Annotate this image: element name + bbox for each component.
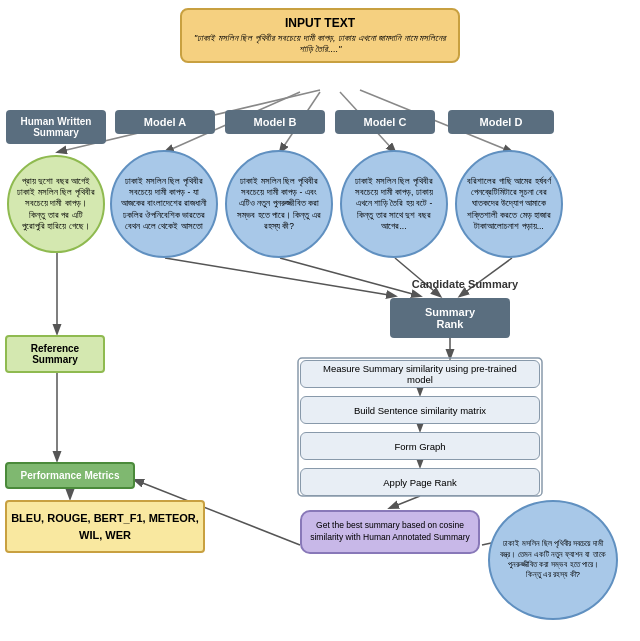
svg-line-14 xyxy=(390,496,420,508)
model-b-circle-text: ঢাকাই মসলিন ছিল পৃথিবীর সবচেয়ে দামী কাপ… xyxy=(235,176,323,231)
process-box-3: Form Graph xyxy=(300,432,540,460)
model-c-circle: ঢাকাই মসলিন ছিল পৃথিবীর সবচেয়ে দামী কাপ… xyxy=(340,150,448,258)
performance-metrics-box: Performance Metrics xyxy=(5,462,135,489)
metrics-result-box: BLEU, ROUGE, BERT_F1, METEOR, WIL, WER xyxy=(5,500,205,553)
model-d-circle-text: বরিশালের গাছি আমের হর্ষবর্ণ পেনব্রেটিমিট… xyxy=(465,176,553,231)
process-box-1: Measure Summary similarity using pre-tra… xyxy=(300,360,540,388)
model-a-circle: ঢাকাই মসলিন ছিল পৃথিবীর সবচেয়ে দামী কাপ… xyxy=(110,150,218,258)
svg-line-8 xyxy=(395,258,440,296)
summary-rank-box: Summary Rank xyxy=(390,298,510,338)
model-a-circle-text: ঢাকাই মসলিন ছিল পৃথিবীর সবচেয়ে দামী কাপ… xyxy=(120,176,208,231)
human-circle: প্রায় দুশো বছর আগেই ঢাকাই মসলিন ছিল পৃথ… xyxy=(7,155,105,253)
model-d-circle: বরিশালের গাছি আমের হর্ষবর্ণ পেনব্রেটিমিট… xyxy=(455,150,563,258)
svg-line-9 xyxy=(460,258,512,296)
process-box-2: Build Sentence similarity matrix xyxy=(300,396,540,424)
candidate-summary-label: Candidate Summary xyxy=(345,278,585,290)
col-header-model-c: Model C xyxy=(335,110,435,134)
col-header-model-a: Model A xyxy=(115,110,215,134)
result-circle-text: ঢাকাই মসলিন ছিল পৃথিবীর সবচেয়ে দামী বস্… xyxy=(500,539,606,581)
col-header-human: Human Written Summary xyxy=(6,110,106,144)
process-box-4: Apply Page Rank xyxy=(300,468,540,496)
model-c-circle-text: ঢাকাই মসলিন ছিল পৃথিবীর সবচেয়ে দামী কাপ… xyxy=(350,176,438,231)
svg-line-7 xyxy=(280,258,420,296)
input-text-title: INPUT TEXT xyxy=(192,16,448,30)
input-text-box: INPUT TEXT "ঢাকাই মসলিন ছিল পৃথিবীর সবচে… xyxy=(180,8,460,63)
reference-summary-label: Reference Summary xyxy=(5,335,105,373)
human-circle-text: প্রায় দুশো বছর আগেই ঢাকাই মসলিন ছিল পৃথ… xyxy=(17,176,95,231)
col-header-model-d: Model D xyxy=(448,110,554,134)
input-text-content: "ঢাকাই মসলিন ছিল পৃথিবীর সবচেয়ে দামী কা… xyxy=(192,33,448,55)
col-header-model-b: Model B xyxy=(225,110,325,134)
svg-line-6 xyxy=(165,258,395,296)
result-circle: ঢাকাই মসলিন ছিল পৃথিবীর সবচেয়ে দামী বস্… xyxy=(488,500,618,620)
best-summary-box: Get the best summary based on cosine sim… xyxy=(300,510,480,554)
diagram: INPUT TEXT "ঢাকাই মসলিন ছিল পৃথিবীর সবচে… xyxy=(0,0,640,641)
model-b-circle: ঢাকাই মসলিন ছিল পৃথিবীর সবচেয়ে দামী কাপ… xyxy=(225,150,333,258)
